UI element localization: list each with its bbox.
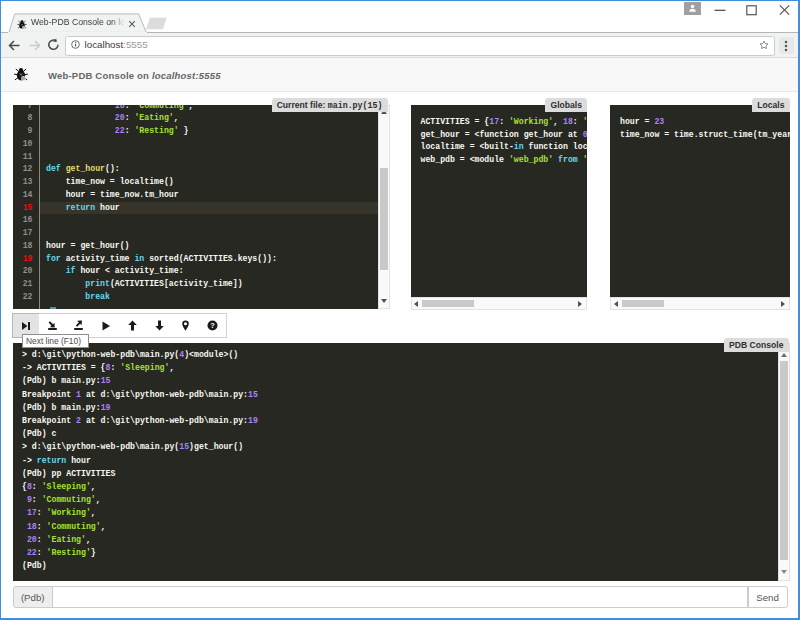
svg-text:?: ?	[210, 321, 215, 330]
